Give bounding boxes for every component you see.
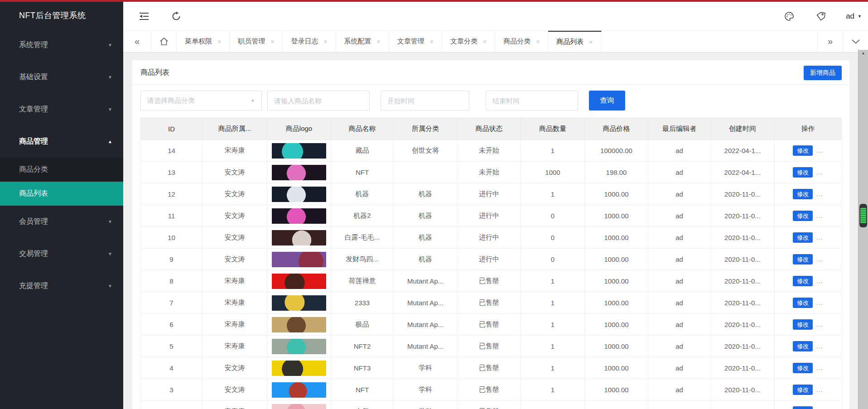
sidebar-item-label: 基础设置	[19, 72, 48, 82]
cell-owner: 安文涛	[203, 162, 267, 183]
start-time-input[interactable]	[381, 91, 469, 111]
cell-logo	[267, 249, 331, 270]
table-row: 7宋寿康2333Mutant Ap...已售罄11000.00ad2020-11…	[141, 292, 842, 314]
search-button[interactable]: 查询	[589, 91, 625, 111]
edit-button[interactable]: 修改	[793, 276, 813, 286]
tab-close-icon[interactable]: ×	[270, 38, 274, 45]
cell-category: 机器	[394, 205, 458, 227]
table-row: 3安文涛NFT学科已售罄11000.00ad2020-11-0...修改...	[141, 379, 842, 401]
cell-id: 2	[141, 401, 203, 409]
scrollbar-thumb[interactable]	[859, 204, 867, 227]
sidebar-item-充提管理[interactable]: 充提管理▼	[0, 270, 123, 302]
table-row: 9安文涛发财鸟四...机器进行中01000.00ad2020-11-0...修改…	[141, 249, 842, 270]
collapse-sidebar-icon[interactable]	[138, 10, 150, 23]
tab-close-icon[interactable]: ×	[483, 38, 487, 45]
cell-price: 1000.00	[585, 227, 648, 249]
tab-商品列表[interactable]: 商品列表×	[548, 31, 601, 52]
sidebar-item-基础设置[interactable]: 基础设置▼	[0, 61, 123, 93]
tab-label: 商品列表	[556, 38, 583, 46]
cell-id: 5	[141, 336, 203, 357]
tag-icon[interactable]	[815, 10, 827, 23]
more-actions-button[interactable]: ...	[816, 299, 823, 306]
sidebar-item-会员管理[interactable]: 会员管理▼	[0, 206, 123, 238]
cell-category: 学科	[394, 401, 458, 409]
tab-close-icon[interactable]: ×	[536, 38, 540, 45]
product-logo-image	[272, 339, 326, 354]
cell-status: 已售罄	[458, 292, 521, 314]
product-name-input[interactable]	[267, 91, 370, 111]
category-select[interactable]: 请选择商品分类 ▼	[140, 91, 262, 111]
tab-label: 文章管理	[397, 37, 424, 46]
more-actions-button[interactable]: ...	[816, 255, 823, 263]
sidebar-item-文章管理[interactable]: 文章管理▼	[0, 93, 123, 125]
cell-editor: ad	[648, 140, 711, 162]
more-actions-button[interactable]: ...	[816, 212, 823, 219]
edit-button[interactable]: 修改	[793, 319, 813, 330]
more-actions-button[interactable]: ...	[816, 147, 823, 154]
cell-name: 2333	[331, 292, 394, 314]
edit-button[interactable]: 修改	[793, 341, 813, 351]
edit-button[interactable]: 修改	[793, 385, 813, 395]
sidebar-item-系统管理[interactable]: 系统管理▼	[0, 29, 123, 61]
vertical-scrollbar[interactable]: ▲	[858, 50, 868, 409]
more-actions-button[interactable]: ...	[816, 342, 823, 350]
edit-button[interactable]: 修改	[793, 211, 813, 221]
cell-status: 进行中	[458, 183, 521, 205]
tab-文章管理[interactable]: 文章管理×	[389, 31, 442, 52]
sidebar-item-商品分类[interactable]: 商品分类	[0, 158, 123, 182]
end-time-input[interactable]	[486, 91, 578, 111]
home-tab-icon[interactable]	[151, 31, 177, 52]
more-actions-button[interactable]: ...	[816, 386, 823, 393]
tab-close-icon[interactable]: ×	[430, 38, 434, 45]
more-actions-button[interactable]: ...	[816, 168, 823, 176]
theme-palette-icon[interactable]	[783, 10, 796, 23]
tab-登录日志[interactable]: 登录日志×	[283, 31, 336, 52]
tab-商品分类[interactable]: 商品分类×	[495, 31, 548, 52]
cell-name: 藏品	[331, 140, 394, 162]
tab-close-icon[interactable]: ×	[217, 38, 221, 45]
more-actions-button[interactable]: ...	[816, 234, 823, 241]
edit-button[interactable]: 修改	[793, 232, 813, 243]
column-header-所属分类: 所属分类	[394, 118, 458, 140]
more-actions-button[interactable]: ...	[816, 190, 823, 197]
edit-button[interactable]: 修改	[793, 167, 813, 178]
tab-close-icon[interactable]: ×	[323, 38, 327, 45]
scroll-tabs-left-button[interactable]: «	[123, 31, 151, 52]
more-actions-button[interactable]: ...	[816, 277, 823, 284]
cell-actions: 修改...	[775, 270, 842, 292]
tab-文章分类[interactable]: 文章分类×	[442, 31, 495, 52]
tab-close-icon[interactable]: ×	[589, 38, 593, 46]
cell-id: 12	[141, 183, 203, 205]
cell-category: 机器	[394, 183, 458, 205]
cell-price: 1000.00	[585, 379, 648, 401]
refresh-icon[interactable]	[170, 10, 183, 23]
tab-菜单权限[interactable]: 菜单权限×	[177, 31, 230, 52]
sidebar-item-商品列表[interactable]: 商品列表	[0, 182, 123, 206]
add-product-button[interactable]: 新增商品	[804, 66, 842, 80]
more-actions-button[interactable]: ...	[816, 321, 823, 328]
more-actions-button[interactable]: ...	[816, 364, 823, 371]
tab-close-icon[interactable]: ×	[377, 38, 381, 45]
cell-status: 未开始	[458, 162, 521, 183]
tab-系统配置[interactable]: 系统配置×	[336, 31, 389, 52]
cell-category: Mutant Ap...	[394, 314, 458, 336]
tab-options-chevron-down[interactable]	[843, 31, 868, 52]
tab-职员管理[interactable]: 职员管理×	[230, 31, 283, 52]
sidebar-item-label: 系统管理	[19, 40, 48, 50]
edit-button[interactable]: 修改	[793, 254, 813, 265]
table-row: 5宋寿康NFT2Mutant Ap...已售罄11000.00ad2020-11…	[141, 336, 842, 357]
edit-button[interactable]: 修改	[793, 189, 813, 199]
edit-button[interactable]: 修改	[793, 298, 813, 308]
edit-button[interactable]: 修改	[793, 406, 813, 409]
edit-button[interactable]: 修改	[793, 145, 813, 156]
sidebar: NFT后台管理系统 系统管理▼基础设置▼文章管理▼商品管理▲商品分类商品列表会员…	[0, 2, 123, 409]
sidebar-item-交易管理[interactable]: 交易管理▼	[0, 238, 123, 270]
scroll-tabs-right-button[interactable]: »	[817, 31, 843, 52]
scrollbar-up-arrow-icon[interactable]: ▲	[858, 51, 868, 55]
tab-label: 商品分类	[503, 37, 530, 46]
user-menu[interactable]: ad ▼	[846, 10, 862, 23]
cell-status: 已售罄	[458, 336, 521, 357]
edit-button[interactable]: 修改	[793, 363, 813, 373]
cell-id: 9	[141, 249, 203, 270]
sidebar-item-商品管理[interactable]: 商品管理▲	[0, 125, 123, 158]
